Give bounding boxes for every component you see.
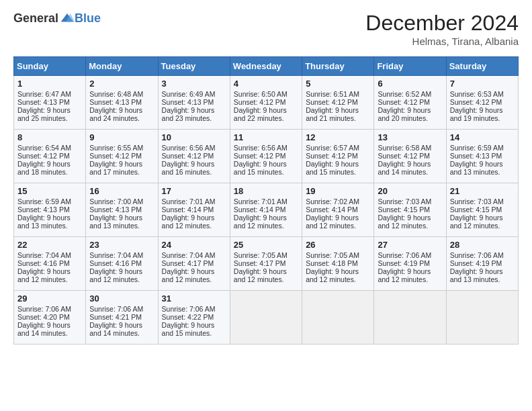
sunset-line: Sunset: 4:13 PM (89, 205, 154, 214)
sunset-line: Sunset: 4:12 PM (378, 98, 442, 106)
sunrise-line: Sunrise: 6:59 AM (17, 197, 82, 205)
daylight-line: Daylight: 9 hours and 18 minutes. (17, 160, 82, 176)
day-number: 4 (234, 79, 298, 89)
logo: General Blue (13, 11, 101, 26)
sunset-line: Sunset: 4:21 PM (89, 313, 154, 321)
sunrise-line: Sunrise: 7:05 AM (234, 251, 298, 259)
calendar-cell: 3Sunrise: 6:49 AMSunset: 4:13 PMDaylight… (158, 76, 230, 130)
daylight-line: Daylight: 9 hours and 22 minutes. (234, 106, 298, 122)
calendar-cell: 23Sunrise: 7:04 AMSunset: 4:16 PMDayligh… (86, 237, 158, 291)
day-number: 21 (450, 186, 515, 196)
daylight-line: Daylight: 9 hours and 25 minutes. (17, 106, 82, 122)
sunset-line: Sunset: 4:13 PM (450, 152, 515, 160)
day-number: 29 (17, 293, 82, 304)
sunrise-line: Sunrise: 6:53 AM (450, 90, 515, 98)
daylight-line: Daylight: 9 hours and 12 minutes. (162, 214, 226, 230)
calendar-cell: 7Sunrise: 6:53 AMSunset: 4:12 PMDaylight… (446, 76, 518, 130)
daylight-line: Daylight: 9 hours and 12 minutes. (162, 267, 226, 283)
sunset-line: Sunset: 4:12 PM (162, 152, 226, 160)
day-number: 28 (450, 240, 515, 250)
calendar-cell: 13Sunrise: 6:58 AMSunset: 4:12 PMDayligh… (374, 130, 446, 183)
sunrise-line: Sunrise: 6:55 AM (89, 144, 154, 152)
sunrise-line: Sunrise: 6:56 AM (162, 144, 226, 152)
daylight-line: Daylight: 9 hours and 12 minutes. (450, 214, 515, 230)
day-number: 24 (162, 240, 226, 250)
daylight-line: Daylight: 9 hours and 17 minutes. (89, 160, 154, 176)
calendar-cell: 20Sunrise: 7:03 AMSunset: 4:15 PMDayligh… (374, 183, 446, 237)
daylight-line: Daylight: 9 hours and 12 minutes. (89, 267, 154, 283)
calendar-cell: 16Sunrise: 7:00 AMSunset: 4:13 PMDayligh… (86, 183, 158, 237)
day-number: 12 (306, 132, 370, 142)
sunset-line: Sunset: 4:19 PM (450, 259, 515, 267)
sunset-line: Sunset: 4:12 PM (234, 98, 298, 106)
calendar-cell: 25Sunrise: 7:05 AMSunset: 4:17 PMDayligh… (230, 237, 302, 291)
week-row-1: 1Sunrise: 6:47 AMSunset: 4:13 PMDaylight… (14, 76, 519, 130)
sunrise-line: Sunrise: 6:52 AM (378, 90, 442, 98)
calendar-cell: 31Sunrise: 7:06 AMSunset: 4:22 PMDayligh… (158, 291, 230, 345)
weekday-header-saturday: Saturday (446, 57, 518, 76)
daylight-line: Daylight: 9 hours and 13 minutes. (17, 214, 82, 230)
sunrise-line: Sunrise: 7:00 AM (89, 197, 154, 205)
weekday-header-friday: Friday (374, 57, 446, 76)
daylight-line: Daylight: 9 hours and 13 minutes. (89, 214, 154, 230)
calendar-cell: 2Sunrise: 6:48 AMSunset: 4:13 PMDaylight… (86, 76, 158, 130)
day-number: 1 (17, 79, 82, 89)
day-number: 9 (89, 132, 154, 142)
sunset-line: Sunset: 4:15 PM (378, 205, 442, 214)
sunrise-line: Sunrise: 7:06 AM (162, 305, 226, 313)
sunset-line: Sunset: 4:12 PM (17, 152, 82, 160)
month-title: December 2024 (365, 11, 519, 36)
sunrise-line: Sunrise: 7:03 AM (450, 197, 515, 205)
daylight-line: Daylight: 9 hours and 12 minutes. (234, 214, 298, 230)
sunrise-line: Sunrise: 7:06 AM (378, 251, 442, 259)
day-number: 26 (306, 240, 370, 250)
sunrise-line: Sunrise: 7:02 AM (306, 197, 370, 205)
sunrise-line: Sunrise: 6:48 AM (89, 90, 154, 98)
day-number: 16 (89, 186, 154, 196)
sunset-line: Sunset: 4:22 PM (162, 313, 226, 321)
sunset-line: Sunset: 4:13 PM (89, 98, 154, 106)
sunset-line: Sunset: 4:12 PM (234, 152, 298, 160)
daylight-line: Daylight: 9 hours and 15 minutes. (162, 321, 226, 337)
sunset-line: Sunset: 4:12 PM (306, 98, 370, 106)
sunset-line: Sunset: 4:12 PM (306, 152, 370, 160)
sunrise-line: Sunrise: 6:57 AM (306, 144, 370, 152)
sunset-line: Sunset: 4:14 PM (234, 205, 298, 214)
weekday-header-sunday: Sunday (14, 57, 86, 76)
sunrise-line: Sunrise: 6:56 AM (234, 144, 298, 152)
daylight-line: Daylight: 9 hours and 13 minutes. (450, 267, 515, 283)
daylight-line: Daylight: 9 hours and 20 minutes. (378, 106, 442, 122)
daylight-line: Daylight: 9 hours and 12 minutes. (17, 267, 82, 283)
calendar-cell: 6Sunrise: 6:52 AMSunset: 4:12 PMDaylight… (374, 76, 446, 130)
sunset-line: Sunset: 4:20 PM (17, 313, 82, 321)
day-number: 6 (378, 79, 442, 89)
calendar-cell: 24Sunrise: 7:04 AMSunset: 4:17 PMDayligh… (158, 237, 230, 291)
calendar-cell: 9Sunrise: 6:55 AMSunset: 4:12 PMDaylight… (86, 130, 158, 183)
calendar-cell: 17Sunrise: 7:01 AMSunset: 4:14 PMDayligh… (158, 183, 230, 237)
weekday-header-thursday: Thursday (302, 57, 374, 76)
calendar-page: General Blue December 2024 Helmas, Tiran… (0, 0, 532, 411)
logo-icon (60, 11, 75, 26)
daylight-line: Daylight: 9 hours and 13 minutes. (450, 160, 515, 176)
sunset-line: Sunset: 4:16 PM (89, 259, 154, 267)
week-row-3: 15Sunrise: 6:59 AMSunset: 4:13 PMDayligh… (14, 183, 519, 237)
daylight-line: Daylight: 9 hours and 14 minutes. (89, 321, 154, 337)
day-number: 30 (89, 293, 154, 304)
sunrise-line: Sunrise: 6:50 AM (234, 90, 298, 98)
calendar-cell (374, 291, 446, 345)
calendar-cell: 15Sunrise: 6:59 AMSunset: 4:13 PMDayligh… (14, 183, 86, 237)
calendar-cell: 10Sunrise: 6:56 AMSunset: 4:12 PMDayligh… (158, 130, 230, 183)
sunrise-line: Sunrise: 7:05 AM (306, 251, 370, 259)
day-number: 14 (450, 132, 515, 142)
location-subtitle: Helmas, Tirana, Albania (365, 36, 519, 47)
calendar-cell: 26Sunrise: 7:05 AMSunset: 4:18 PMDayligh… (302, 237, 374, 291)
sunrise-line: Sunrise: 7:06 AM (450, 251, 515, 259)
week-row-2: 8Sunrise: 6:54 AMSunset: 4:12 PMDaylight… (14, 130, 519, 183)
daylight-line: Daylight: 9 hours and 15 minutes. (306, 160, 370, 176)
sunrise-line: Sunrise: 6:54 AM (17, 144, 82, 152)
day-number: 22 (17, 240, 82, 250)
sunrise-line: Sunrise: 6:59 AM (450, 144, 515, 152)
title-area: December 2024 Helmas, Tirana, Albania (365, 11, 519, 47)
day-number: 15 (17, 186, 82, 196)
day-number: 17 (162, 186, 226, 196)
